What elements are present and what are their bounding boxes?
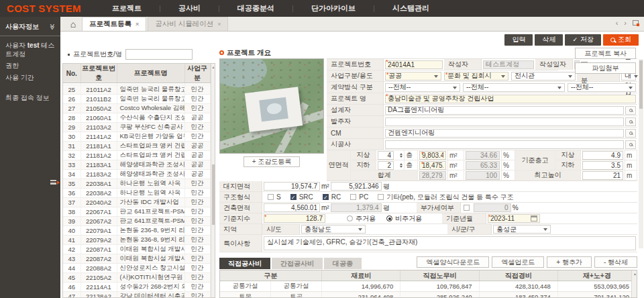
designer-search-button[interactable] [625, 106, 636, 115]
cost-tab-2[interactable]: 간접공사비 [272, 258, 323, 269]
menu-item-1[interactable]: 프로젝트 [94, 3, 160, 13]
contract3-select[interactable]: --전체-- [568, 83, 636, 92]
stepper-icon[interactable] [398, 162, 402, 169]
birdview-register-button[interactable]: + 조감도등록 [244, 156, 301, 167]
max-height-field[interactable] [582, 171, 623, 180]
sidebar-section-user-info[interactable]: 사용자정보 ≫ [0, 17, 60, 36]
excel-button-2[interactable]: 엑셀업로드 [492, 256, 544, 268]
project-row[interactable]: 3822067A1판교 641프로젝트-PSM타워민간 [63, 207, 210, 217]
project-row[interactable]: 3922067A2판교 641프로젝트-PSM타워민간 [63, 217, 210, 226]
cm-field[interactable] [385, 129, 624, 138]
struct-option-4[interactable]: PC [350, 193, 368, 201]
checkbox-icon[interactable] [350, 194, 356, 200]
project-table-scrollbar[interactable]: ▲ [211, 64, 216, 297]
builder-search-button[interactable] [625, 140, 636, 149]
project-row[interactable]: 4022079A1논현동 236-8, 9번지 리모델링공사(물민간 [63, 226, 210, 236]
orderer-field[interactable] [385, 117, 624, 126]
orderer-search-button[interactable] [625, 117, 636, 126]
project-row[interactable]: 4522105A2(사)KOTITI시험연구원 평택사옥 1차 건민간 [63, 273, 210, 283]
checkbox-checked-icon[interactable]: ✓ [290, 194, 297, 200]
project-row[interactable]: 4122079A2논현동 236-8, 9번지 리모델링공사(물민간 [63, 236, 210, 245]
calendar-icon[interactable] [531, 215, 537, 221]
project-row[interactable]: 2721050A2Costco Wholesale 김해점 건립공사민간 [63, 104, 210, 113]
project-row[interactable]: 3221181A2스타트업파크 앵커 건립공사공공 [63, 151, 210, 160]
scrollbar-thumb[interactable] [212, 164, 215, 225]
basement-area-field[interactable] [419, 161, 446, 170]
cost-row[interactable]: 공통가설공통가설14,996,670109,786,847428,310,448… [220, 281, 637, 292]
save-button[interactable]: ✓저장 [565, 34, 601, 46]
contract2-select[interactable]: --전체-- [463, 83, 565, 92]
project-row[interactable]: 3622038A2하나은행 노원역 사옥민간 [63, 189, 210, 198]
stepper-icon[interactable] [398, 152, 402, 159]
ground-floors-field[interactable] [378, 151, 394, 160]
sigungu-select[interactable]: 홍성군 [493, 225, 551, 234]
excel-button-3[interactable]: + 행추가 [547, 256, 592, 268]
basement-floors-field[interactable] [378, 161, 394, 170]
tab-scroll-right-icon[interactable]: › [624, 19, 627, 27]
checkbox-checked-icon[interactable]: ✓ [323, 194, 329, 200]
usage2-select[interactable]: 전시관 [511, 72, 576, 81]
cost-table-scrollbar[interactable]: ▲ [631, 270, 637, 297]
height-ground-field[interactable] [582, 151, 623, 160]
excel-button-1[interactable]: 엑셀양식다운로드 [417, 256, 489, 268]
menu-item-5[interactable]: 시스템관리 [374, 3, 447, 13]
biz-type-select[interactable]: 공공 [385, 72, 441, 81]
project-row[interactable]: 2821060A1수산식품 수출단지 조성사업공공 [63, 113, 210, 123]
project-row[interactable]: 3722040A2가산동 IDC 개발사업민간 [63, 198, 210, 207]
checkbox-icon[interactable] [378, 194, 384, 200]
project-row[interactable]: 4422088A2신안성로지스 창고시설 신축공사민간 [63, 264, 210, 273]
usage1-select[interactable]: 문화 및 집회시 [444, 72, 508, 81]
project-row[interactable]: 3321183A1해양생태과학관 조성사업공공 [63, 160, 210, 170]
excel-button-4[interactable]: - 행삭제 [594, 256, 637, 268]
tab-close-icon[interactable]: × [217, 21, 221, 28]
input-button[interactable]: 입력 [504, 34, 533, 46]
vat-checkbox[interactable] [464, 205, 470, 211]
home-tab[interactable]: ⌂ [64, 17, 82, 31]
cm-search-button[interactable] [625, 129, 636, 138]
ground-area-field[interactable] [419, 151, 446, 160]
project-copy-button[interactable]: 프로젝트 복사 [575, 48, 636, 59]
tab-list-icon[interactable] [633, 20, 639, 26]
sido-select[interactable]: 충청남도 [301, 225, 366, 234]
builder-field[interactable] [385, 140, 624, 149]
menu-item-3[interactable]: 대공종분석 [219, 3, 292, 13]
project-row[interactable]: 2621011B2일죽면 능국리 물류창고 신축공사(B동민간 [63, 95, 210, 104]
project-row[interactable]: 4622114A1성수동2가 268-2번지 외 2필지 업무 시민간 [63, 283, 210, 292]
scrollbar-thumb[interactable] [639, 60, 643, 109]
project-row[interactable]: 3021141A2KB국민은행 가양동 업무시설(합숙소)민간 [63, 132, 210, 142]
tab-scroll-left-icon[interactable]: ‹ [616, 19, 619, 27]
cost-tab-3[interactable]: 대공종 [324, 258, 362, 269]
menu-item-4[interactable]: 단가아카이브 [293, 3, 374, 13]
project-row[interactable]: 4722138A2강남 데이터센터 신축공사민간 [63, 292, 210, 298]
contract1-select[interactable]: --전체-- [385, 83, 460, 92]
menu-item-2[interactable]: 공사비 [160, 3, 219, 13]
non-residential-radio[interactable]: 비주거용 [386, 214, 422, 224]
designer-field[interactable] [385, 106, 624, 115]
scroll-up-icon[interactable]: ▲ [212, 65, 215, 69]
project-row[interactable]: 3522038A1하나은행 노원역 사옥민간 [63, 179, 210, 189]
struct-option-1[interactable]: S [268, 193, 281, 201]
tab-close-icon[interactable]: × [136, 21, 139, 28]
project-row[interactable]: 4222087A1이태원 복합시설 개발사업민간 [63, 245, 210, 254]
struct-option-2[interactable]: ✓SRC [290, 193, 313, 201]
note-field[interactable]: 실시설계 기술제안, GFRC, 승강기(건축_관급자재) [264, 236, 636, 250]
chevron-collapse-icon[interactable]: ≫ [48, 23, 55, 30]
project-row[interactable]: 4322087A2이태원 복합시설 개발사업민간 [63, 254, 210, 264]
building-area-m2-field[interactable] [264, 203, 320, 212]
checkbox-icon[interactable] [268, 194, 274, 200]
height-basement-field[interactable] [582, 161, 623, 170]
tab-1[interactable]: 프로젝트등록× [82, 17, 146, 31]
project-no-field[interactable] [385, 60, 443, 69]
scroll-up-icon[interactable]: ▲ [633, 272, 637, 276]
delete-button[interactable]: 삭제 [535, 34, 563, 46]
struct-option-3[interactable]: ✓RC [323, 193, 341, 201]
struct-option-5[interactable]: 기타(peb, 모듈러 조립식 건물 등 특수 구조 [378, 193, 513, 202]
residential-radio[interactable]: 주거용 [347, 214, 376, 224]
project-row[interactable]: 3121181A1스타트업파크 앵커 건립공사공공 [63, 142, 210, 151]
project-row[interactable]: 2921103A2쿠팡 부산FC 신축공사민간 [63, 123, 210, 132]
query-button[interactable]: 조회 [603, 34, 639, 46]
cost-row[interactable]: 토목토공231,964,498285,926,240183,450,374701… [220, 292, 637, 298]
tab-2[interactable]: 공사비 시뮬레이션× [148, 17, 228, 31]
project-row[interactable]: 2521011A2일죽면 능국리 물류창고 신축공사(A동민간 [63, 85, 210, 95]
project-name-field[interactable] [385, 95, 636, 103]
